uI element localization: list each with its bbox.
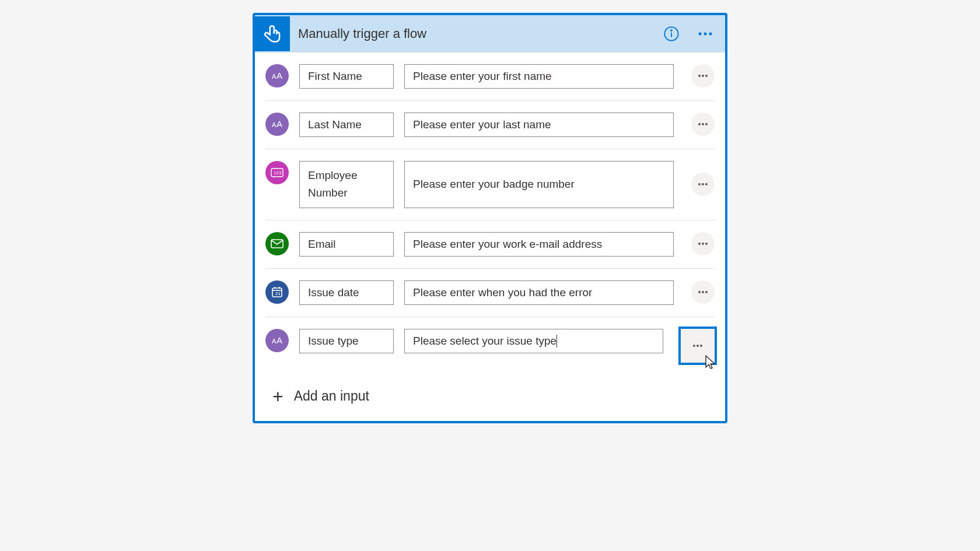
trigger-icon: [255, 16, 290, 51]
input-description-field[interactable]: Please enter your first name: [404, 64, 674, 89]
date-type-icon: 21: [265, 280, 289, 304]
input-menu-button[interactable]: [691, 280, 715, 304]
text-type-icon: AA: [265, 64, 289, 87]
svg-point-22: [698, 243, 701, 245]
card-menu-button[interactable]: [694, 28, 717, 40]
card-header: Manually trigger a flow: [255, 15, 725, 52]
svg-point-18: [698, 183, 701, 185]
svg-text:A: A: [276, 71, 282, 80]
svg-text:123: 123: [274, 170, 282, 176]
input-description-field[interactable]: Please enter your last name: [404, 113, 674, 137]
input-name-field[interactable]: Issue type: [299, 329, 394, 353]
card-body: AA First Name Please enter your first na…: [255, 52, 725, 421]
svg-point-30: [698, 291, 701, 293]
input-row: AA First Name Please enter your first na…: [265, 52, 715, 101]
svg-point-2: [671, 30, 672, 31]
svg-point-20: [705, 183, 708, 185]
ellipsis-icon: [698, 183, 708, 186]
header-actions: [660, 22, 717, 45]
svg-text:A: A: [272, 73, 276, 80]
svg-text:A: A: [272, 121, 276, 128]
highlighted-menu-wrap: [674, 329, 715, 363]
info-icon: [663, 26, 680, 42]
ellipsis-icon: [692, 344, 703, 348]
input-description-field[interactable]: Please select your issue type: [404, 329, 663, 353]
input-row: 123 Employee Number Please enter your ba…: [265, 149, 715, 220]
input-row: AA Issue type Please select your issue t…: [265, 317, 715, 374]
input-menu-button[interactable]: [691, 113, 715, 136]
input-menu-button[interactable]: [691, 232, 715, 255]
input-menu-button[interactable]: [691, 64, 715, 87]
svg-point-31: [702, 291, 704, 293]
input-name-field[interactable]: Last Name: [299, 113, 394, 137]
svg-point-15: [705, 123, 708, 125]
svg-point-36: [696, 345, 699, 347]
trigger-card: Manually trigger a flow AA: [253, 13, 727, 423]
input-name-field[interactable]: Issue date: [299, 280, 394, 305]
input-name-field[interactable]: First Name: [299, 64, 394, 89]
svg-point-37: [700, 345, 702, 347]
input-name-field[interactable]: Email: [299, 232, 394, 257]
input-menu-button[interactable]: [681, 329, 715, 363]
input-name-field[interactable]: Employee Number: [299, 161, 394, 208]
plus-icon: +: [272, 387, 284, 406]
ellipsis-icon: [698, 74, 708, 78]
svg-point-13: [698, 123, 701, 125]
text-cursor: [556, 335, 557, 348]
svg-text:A: A: [276, 335, 282, 345]
input-menu-button[interactable]: [691, 173, 715, 196]
svg-point-32: [705, 291, 708, 293]
input-description-field[interactable]: Please enter your work e-mail address: [404, 232, 674, 257]
svg-point-8: [698, 75, 701, 77]
email-type-icon: [265, 232, 289, 255]
text-type-icon: AA: [265, 113, 289, 136]
add-input-button[interactable]: + Add an input: [265, 374, 715, 421]
svg-point-3: [699, 33, 702, 36]
svg-text:21: 21: [275, 291, 281, 296]
svg-point-19: [702, 183, 704, 185]
card-title: Manually trigger a flow: [298, 26, 660, 41]
input-description-field[interactable]: Please enter your badge number: [404, 161, 674, 208]
svg-point-14: [702, 123, 704, 125]
info-button[interactable]: [660, 22, 683, 45]
ellipsis-icon: [698, 242, 708, 245]
ellipsis-icon: [698, 122, 708, 126]
svg-text:A: A: [272, 338, 276, 345]
add-input-label: Add an input: [294, 388, 369, 404]
svg-point-4: [704, 33, 707, 36]
ellipsis-icon: [698, 290, 708, 294]
svg-point-9: [702, 75, 704, 77]
text-type-icon: AA: [265, 329, 289, 352]
input-row: 21 Issue date Please enter when you had …: [265, 269, 715, 317]
svg-point-23: [702, 243, 704, 245]
input-row: AA Last Name Please enter your last name: [265, 101, 715, 149]
input-row: Email Please enter your work e-mail addr…: [265, 220, 715, 269]
input-description-field[interactable]: Please enter when you had the error: [404, 280, 674, 305]
svg-point-5: [709, 33, 712, 36]
svg-point-24: [705, 243, 708, 245]
svg-point-35: [693, 345, 695, 347]
number-type-icon: 123: [265, 161, 289, 184]
svg-point-10: [705, 75, 708, 77]
svg-rect-21: [271, 240, 283, 248]
ellipsis-icon: [697, 31, 713, 36]
svg-text:A: A: [276, 119, 282, 129]
